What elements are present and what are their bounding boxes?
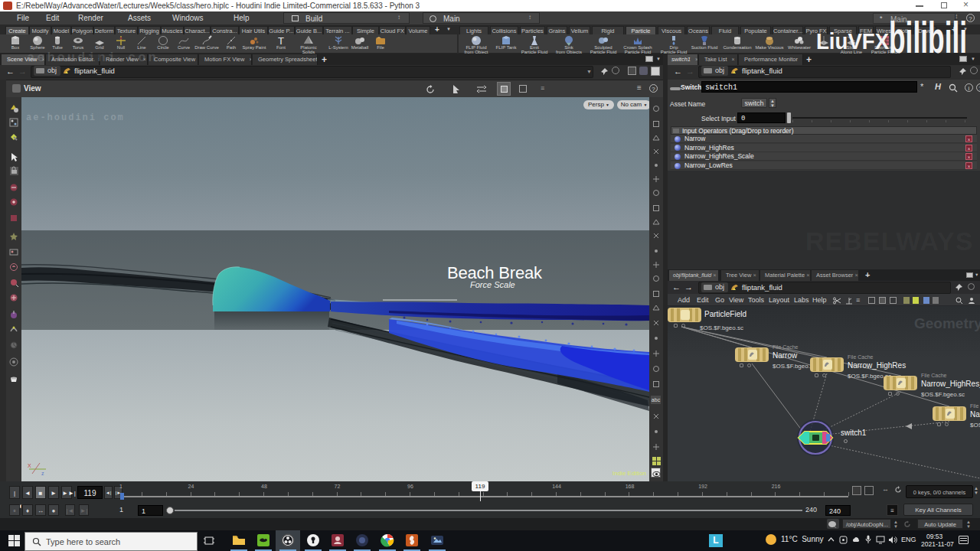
svg-text:z: z [41,471,44,476]
svg-text:X: X [28,463,31,468]
svg-text:T: T [278,35,284,46]
